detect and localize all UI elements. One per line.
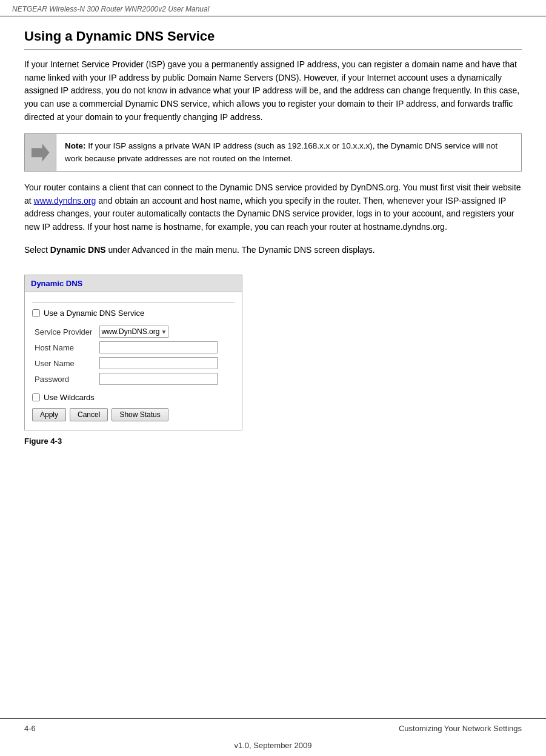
arrow-icon	[32, 144, 50, 162]
apply-button[interactable]: Apply	[32, 408, 66, 421]
use-dns-checkbox[interactable]	[32, 309, 40, 317]
screenshot-container: Dynamic DNS Use a Dynamic DNS Service Se…	[24, 275, 242, 430]
paragraph-3: Select Dynamic DNS under Advanced in the…	[24, 244, 522, 257]
service-provider-label: Service Provider	[32, 324, 97, 340]
note-box: Note: If your ISP assigns a private WAN …	[24, 133, 522, 172]
note-icon	[25, 134, 56, 171]
password-input[interactable]	[99, 373, 218, 385]
user-name-input-cell	[97, 355, 235, 371]
figure-caption: Figure 4-3	[24, 437, 522, 446]
page-title: Using a Dynamic DNS Service	[24, 28, 522, 50]
footer-center: v1.0, September 2009	[0, 741, 546, 750]
dropdown-arrow-icon: ▼	[161, 329, 167, 335]
footer-left: 4-6	[24, 724, 36, 733]
host-name-input-cell	[97, 340, 235, 355]
host-name-input[interactable]	[99, 341, 218, 353]
page-footer: 4-6 Customizing Your Network Settings	[0, 718, 546, 738]
paragraph-1: If your Internet Service Provider (ISP) …	[24, 58, 522, 124]
user-name-input[interactable]	[99, 357, 218, 369]
footer-right: Customizing Your Network Settings	[399, 724, 522, 733]
use-wildcards-checkbox-row: Use Wildcards	[32, 393, 235, 402]
user-name-row: User Name	[32, 355, 235, 371]
show-status-button[interactable]: Show Status	[112, 408, 168, 421]
page-header: NETGEAR Wireless-N 300 Router WNR2000v2 …	[0, 0, 546, 16]
service-provider-row: Service Provider www.DynDNS.org ▼	[32, 324, 235, 340]
service-provider-select[interactable]: www.DynDNS.org ▼	[99, 326, 168, 338]
service-provider-value-cell: www.DynDNS.org ▼	[97, 324, 235, 340]
password-input-cell	[97, 371, 235, 387]
use-wildcards-checkbox[interactable]	[32, 393, 40, 401]
button-row: Apply Cancel Show Status	[32, 408, 235, 421]
use-dns-label: Use a Dynamic DNS Service	[44, 309, 144, 318]
note-content: Note: If your ISP assigns a private WAN …	[56, 134, 521, 171]
user-name-label: User Name	[32, 355, 97, 371]
dyndns-link[interactable]: www.dyndns.org	[34, 196, 96, 206]
use-wildcards-label: Use Wildcards	[44, 393, 95, 402]
use-dns-checkbox-row: Use a Dynamic DNS Service	[32, 309, 235, 318]
host-name-label: Host Name	[32, 340, 97, 355]
form-table: Service Provider www.DynDNS.org ▼ Host N…	[32, 324, 235, 387]
cancel-button[interactable]: Cancel	[70, 408, 108, 421]
password-row: Password	[32, 371, 235, 387]
host-name-row: Host Name	[32, 340, 235, 355]
screenshot-titlebar: Dynamic DNS	[25, 275, 242, 292]
screenshot-body: Use a Dynamic DNS Service Service Provid…	[25, 292, 242, 430]
password-label: Password	[32, 371, 97, 387]
paragraph-2: Your router contains a client that can c…	[24, 181, 522, 234]
